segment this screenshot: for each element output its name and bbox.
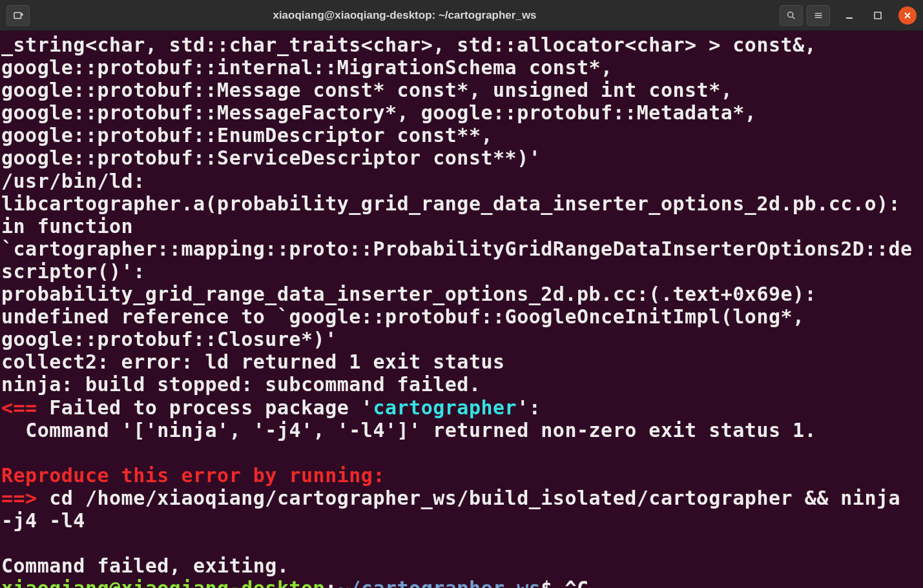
terminal-line: _string<char, std::char_traits<char>, st… <box>1 34 829 169</box>
svg-rect-2 <box>875 12 881 19</box>
terminal-line: Command failed, exiting. <box>1 554 289 577</box>
search-button[interactable] <box>780 5 803 26</box>
fail-arrow: <== <box>1 396 37 419</box>
minimize-icon <box>845 11 854 20</box>
terminal-text: Failed to process package ' <box>37 396 373 419</box>
svg-rect-0 <box>14 12 21 18</box>
prompt-user: xiaoqiang@xiaoqiang-desktop <box>1 577 325 588</box>
hamburger-icon <box>813 10 824 21</box>
terminal-output[interactable]: _string<char, std::char_traits<char>, st… <box>0 31 923 588</box>
window-titlebar: xiaoqiang@xiaoqiang-desktop: ~/cartograp… <box>0 0 923 31</box>
terminal-line: collect2: error: ld returned 1 exit stat… <box>1 350 505 373</box>
package-name: cartographer <box>373 396 517 419</box>
maximize-icon <box>874 12 882 19</box>
search-icon <box>786 10 796 21</box>
window-title: xiaoqiang@xiaoqiang-desktop: ~/cartograp… <box>30 9 780 22</box>
titlebar-right <box>780 5 917 26</box>
new-tab-button[interactable] <box>6 5 30 26</box>
maximize-button[interactable] <box>869 6 887 25</box>
repro-command: cd /home/xiaoqiang/cartographer_ws/build… <box>1 487 913 532</box>
svg-point-1 <box>788 12 793 17</box>
minimize-button[interactable] <box>840 6 858 25</box>
terminal-line: probability_grid_range_data_inserter_opt… <box>1 283 829 350</box>
repro-arrow: ==> <box>1 487 37 509</box>
prompt-colon: : <box>325 577 337 588</box>
terminal-text: ': <box>517 396 553 419</box>
terminal-line: Command '['ninja', '-j4', '-l4']' return… <box>1 419 816 441</box>
prompt-dollar: $ <box>541 577 565 588</box>
prompt-path: ~/cartographer_ws <box>337 577 541 588</box>
ctrl-c: ^C <box>565 577 588 588</box>
close-button[interactable] <box>898 6 917 25</box>
terminal-line: /usr/bin/ld: libcartographer.a(probabili… <box>1 170 913 283</box>
terminal-line: ninja: build stopped: subcommand failed. <box>1 373 481 396</box>
new-tab-icon <box>12 10 24 21</box>
close-icon <box>904 12 911 19</box>
reproduce-header: Reproduce this error by running: <box>1 464 385 487</box>
titlebar-left <box>6 5 30 26</box>
menu-button[interactable] <box>807 5 830 26</box>
